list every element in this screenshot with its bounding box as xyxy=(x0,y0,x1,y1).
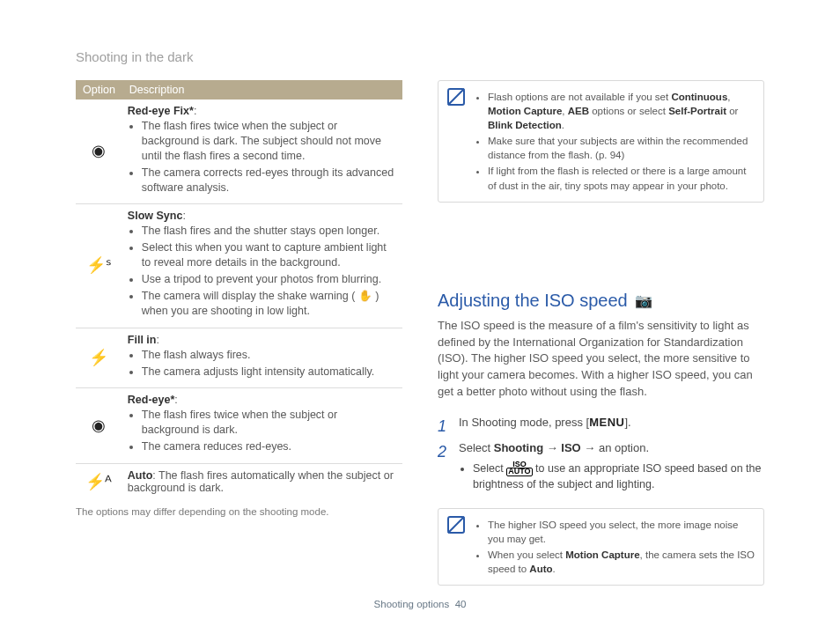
text: . xyxy=(562,120,564,130)
text: Select xyxy=(459,441,494,454)
red-eye-icon: ◉ xyxy=(76,388,122,464)
footer-page: 40 xyxy=(455,599,467,609)
table-row: ◉ Red-eye Fix*: The flash fires twice wh… xyxy=(76,100,402,204)
section-heading: Adjusting the ISO speed 📷 xyxy=(438,291,764,311)
text: or xyxy=(726,106,738,116)
bold: Blink Detection xyxy=(488,120,562,130)
list-item: The higher ISO speed you select, the mor… xyxy=(488,518,755,546)
list-item: The camera reduces red-eyes. xyxy=(142,439,397,454)
list-item: The camera will display the shake warnin… xyxy=(142,289,397,319)
note-list: The higher ISO speed you select, the mor… xyxy=(474,516,755,578)
note-icon xyxy=(447,88,465,106)
text: ]. xyxy=(624,416,630,429)
option-bullets: The flash fires and the shutter stays op… xyxy=(128,224,397,318)
heading-text: Adjusting the ISO speed xyxy=(438,291,628,311)
note-box-iso: The higher ISO speed you select, the mor… xyxy=(438,508,764,586)
table-row: ⚡ Fill in: The flash always fires. The c… xyxy=(76,328,402,388)
sub-list: Select ISOAUTO to use an appropriate ISO… xyxy=(459,461,764,492)
table-row: ⚡ˢ Slow Sync: The flash fires and the sh… xyxy=(76,204,402,328)
text: Flash options are not available if you s… xyxy=(488,92,671,102)
text: an option. xyxy=(599,441,649,454)
steps-list: In Shooting mode, press [MENU]. Select S… xyxy=(438,415,764,492)
text: . xyxy=(553,564,556,574)
bold: Auto xyxy=(529,564,552,574)
footer-section: Shooting options xyxy=(374,599,450,609)
text: → xyxy=(543,441,561,454)
list-item: The flash fires twice when the subject o… xyxy=(142,119,397,164)
bold: Continuous xyxy=(671,92,727,102)
option-bullets: The flash always fires. The camera adjus… xyxy=(128,348,397,380)
list-item: Select this when you want to capture amb… xyxy=(142,240,397,270)
list-item: The flash always fires. xyxy=(142,348,397,363)
text: , xyxy=(727,92,730,102)
text: options or select xyxy=(589,106,668,116)
list-item: Make sure that your subjects are within … xyxy=(488,134,755,162)
bold: Self-Portrait xyxy=(668,106,726,116)
bold: Motion Capture xyxy=(488,106,562,116)
option-bullets: The flash fires twice when the subject o… xyxy=(128,408,397,454)
table-footnote: The options may differ depending on the … xyxy=(76,506,402,517)
list-item: The camera corrects red-eyes through its… xyxy=(142,166,397,195)
red-eye-fix-icon: ◉ xyxy=(76,100,122,204)
right-column: Flash options are not available if you s… xyxy=(438,80,764,603)
text: When you select xyxy=(488,549,565,560)
th-description: Description xyxy=(122,80,402,100)
option-bullets: The flash fires twice when the subject o… xyxy=(128,119,397,195)
table-row: ⚡ᴬ Auto: The flash fires automatically w… xyxy=(76,464,402,502)
list-item: Flash options are not available if you s… xyxy=(488,90,755,132)
section-intro: The ISO speed is the measure of a film's… xyxy=(438,318,764,401)
list-item: Use a tripod to prevent your photos from… xyxy=(142,272,397,287)
page-header: Shooting in the dark xyxy=(30,0,810,80)
camera-mode-icon: 📷 xyxy=(635,292,652,309)
option-title: Fill in xyxy=(128,334,157,346)
colon: : xyxy=(174,394,177,406)
list-item: If light from the flash is relected or t… xyxy=(488,164,755,192)
option-title: Red-eye Fix* xyxy=(128,105,194,117)
text: → xyxy=(581,441,599,454)
flash-options-table: Option Description ◉ Red-eye Fix*: The f… xyxy=(76,80,402,501)
th-option: Option xyxy=(76,80,122,100)
auto-flash-icon: ⚡ᴬ xyxy=(76,464,122,502)
option-title: Slow Sync xyxy=(128,210,183,222)
iso-auto-icon: ISOAUTO xyxy=(506,461,532,476)
table-row: ◉ Red-eye*: The flash fires twice when t… xyxy=(76,388,402,464)
bold: ISO xyxy=(561,441,580,454)
step-item: Select Shooting → ISO → an option. Selec… xyxy=(438,440,764,492)
menu-button-label: MENU xyxy=(589,416,624,429)
page-footer: Shooting options 40 xyxy=(0,599,840,609)
fill-in-icon: ⚡ xyxy=(76,328,122,388)
note-list: Flash options are not available if you s… xyxy=(474,88,755,195)
list-item: Select ISOAUTO to use an appropriate ISO… xyxy=(473,461,764,492)
list-item: The camera adjusts light intensity autom… xyxy=(142,365,397,380)
bold: Shooting xyxy=(494,441,543,454)
slow-sync-icon: ⚡ˢ xyxy=(76,204,122,328)
colon: : xyxy=(182,210,185,222)
note-box-flash: Flash options are not available if you s… xyxy=(438,80,764,203)
list-item: The flash fires twice when the subject o… xyxy=(142,408,397,438)
inline-desc: : The flash fires automatically when the… xyxy=(128,469,394,494)
text: Select xyxy=(473,462,506,475)
list-item: When you select Motion Capture, the came… xyxy=(488,548,755,576)
bold: Motion Capture xyxy=(565,549,639,560)
option-title: Auto xyxy=(128,469,152,482)
option-title: Red-eye* xyxy=(128,394,175,406)
content-columns: Option Description ◉ Red-eye Fix*: The f… xyxy=(30,80,810,603)
bold: AEB xyxy=(568,106,589,116)
list-item: The flash fires and the shutter stays op… xyxy=(142,224,397,239)
note-icon xyxy=(447,516,465,534)
colon: : xyxy=(194,105,196,117)
colon: : xyxy=(156,334,158,346)
left-column: Option Description ◉ Red-eye Fix*: The f… xyxy=(76,80,402,603)
text: In Shooting mode, press [ xyxy=(459,416,589,429)
step-item: In Shooting mode, press [MENU]. xyxy=(438,415,764,431)
